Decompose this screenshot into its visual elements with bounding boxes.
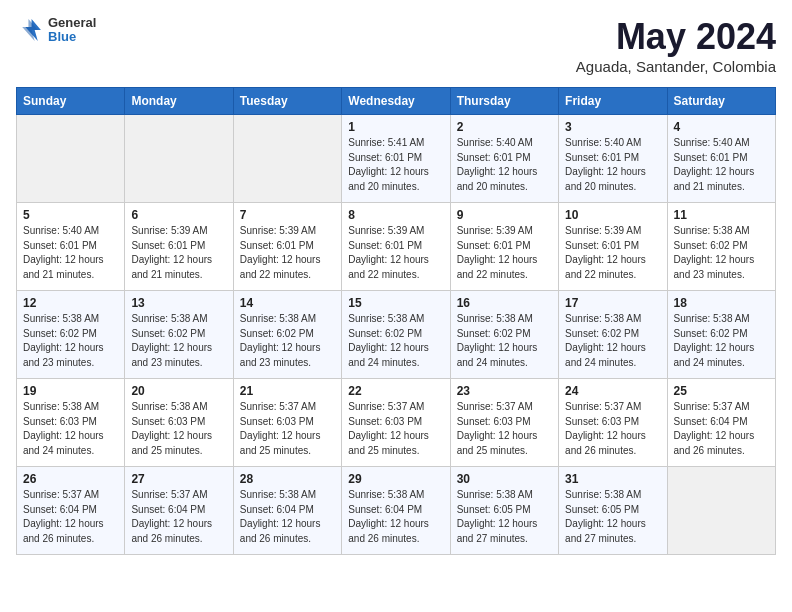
calendar-cell: 21Sunrise: 5:37 AM Sunset: 6:03 PM Dayli… xyxy=(233,379,341,467)
calendar-cell: 29Sunrise: 5:38 AM Sunset: 6:04 PM Dayli… xyxy=(342,467,450,555)
calendar-cell: 8Sunrise: 5:39 AM Sunset: 6:01 PM Daylig… xyxy=(342,203,450,291)
calendar-cell: 11Sunrise: 5:38 AM Sunset: 6:02 PM Dayli… xyxy=(667,203,775,291)
day-number: 3 xyxy=(565,120,660,134)
day-info: Sunrise: 5:38 AM Sunset: 6:02 PM Dayligh… xyxy=(674,312,769,370)
calendar-cell: 28Sunrise: 5:38 AM Sunset: 6:04 PM Dayli… xyxy=(233,467,341,555)
day-info: Sunrise: 5:39 AM Sunset: 6:01 PM Dayligh… xyxy=(240,224,335,282)
calendar-cell xyxy=(233,115,341,203)
month-title: May 2024 xyxy=(576,16,776,58)
day-info: Sunrise: 5:38 AM Sunset: 6:02 PM Dayligh… xyxy=(565,312,660,370)
day-info: Sunrise: 5:38 AM Sunset: 6:02 PM Dayligh… xyxy=(23,312,118,370)
day-number: 22 xyxy=(348,384,443,398)
calendar-cell: 2Sunrise: 5:40 AM Sunset: 6:01 PM Daylig… xyxy=(450,115,558,203)
title-area: May 2024 Aguada, Santander, Colombia xyxy=(576,16,776,75)
day-number: 17 xyxy=(565,296,660,310)
calendar-cell: 10Sunrise: 5:39 AM Sunset: 6:01 PM Dayli… xyxy=(559,203,667,291)
day-number: 13 xyxy=(131,296,226,310)
weekday-header-saturday: Saturday xyxy=(667,88,775,115)
week-row-1: 1Sunrise: 5:41 AM Sunset: 6:01 PM Daylig… xyxy=(17,115,776,203)
calendar-cell: 4Sunrise: 5:40 AM Sunset: 6:01 PM Daylig… xyxy=(667,115,775,203)
logo-icon xyxy=(16,16,44,44)
day-info: Sunrise: 5:38 AM Sunset: 6:05 PM Dayligh… xyxy=(565,488,660,546)
calendar-cell xyxy=(17,115,125,203)
calendar-cell: 30Sunrise: 5:38 AM Sunset: 6:05 PM Dayli… xyxy=(450,467,558,555)
location-subtitle: Aguada, Santander, Colombia xyxy=(576,58,776,75)
day-info: Sunrise: 5:37 AM Sunset: 6:04 PM Dayligh… xyxy=(131,488,226,546)
day-number: 8 xyxy=(348,208,443,222)
week-row-4: 19Sunrise: 5:38 AM Sunset: 6:03 PM Dayli… xyxy=(17,379,776,467)
day-number: 6 xyxy=(131,208,226,222)
calendar-cell: 1Sunrise: 5:41 AM Sunset: 6:01 PM Daylig… xyxy=(342,115,450,203)
day-number: 7 xyxy=(240,208,335,222)
day-number: 15 xyxy=(348,296,443,310)
day-info: Sunrise: 5:39 AM Sunset: 6:01 PM Dayligh… xyxy=(565,224,660,282)
day-info: Sunrise: 5:38 AM Sunset: 6:02 PM Dayligh… xyxy=(674,224,769,282)
day-info: Sunrise: 5:39 AM Sunset: 6:01 PM Dayligh… xyxy=(131,224,226,282)
week-row-5: 26Sunrise: 5:37 AM Sunset: 6:04 PM Dayli… xyxy=(17,467,776,555)
day-info: Sunrise: 5:40 AM Sunset: 6:01 PM Dayligh… xyxy=(674,136,769,194)
calendar-cell: 14Sunrise: 5:38 AM Sunset: 6:02 PM Dayli… xyxy=(233,291,341,379)
week-row-3: 12Sunrise: 5:38 AM Sunset: 6:02 PM Dayli… xyxy=(17,291,776,379)
calendar-cell: 25Sunrise: 5:37 AM Sunset: 6:04 PM Dayli… xyxy=(667,379,775,467)
day-info: Sunrise: 5:38 AM Sunset: 6:04 PM Dayligh… xyxy=(348,488,443,546)
day-info: Sunrise: 5:37 AM Sunset: 6:04 PM Dayligh… xyxy=(674,400,769,458)
calendar-table: SundayMondayTuesdayWednesdayThursdayFrid… xyxy=(16,87,776,555)
day-info: Sunrise: 5:39 AM Sunset: 6:01 PM Dayligh… xyxy=(348,224,443,282)
calendar-cell: 5Sunrise: 5:40 AM Sunset: 6:01 PM Daylig… xyxy=(17,203,125,291)
day-number: 21 xyxy=(240,384,335,398)
day-info: Sunrise: 5:41 AM Sunset: 6:01 PM Dayligh… xyxy=(348,136,443,194)
day-number: 14 xyxy=(240,296,335,310)
day-number: 16 xyxy=(457,296,552,310)
calendar-cell: 9Sunrise: 5:39 AM Sunset: 6:01 PM Daylig… xyxy=(450,203,558,291)
day-number: 23 xyxy=(457,384,552,398)
calendar-cell: 13Sunrise: 5:38 AM Sunset: 6:02 PM Dayli… xyxy=(125,291,233,379)
day-number: 1 xyxy=(348,120,443,134)
day-info: Sunrise: 5:37 AM Sunset: 6:03 PM Dayligh… xyxy=(457,400,552,458)
day-info: Sunrise: 5:40 AM Sunset: 6:01 PM Dayligh… xyxy=(23,224,118,282)
calendar-cell: 24Sunrise: 5:37 AM Sunset: 6:03 PM Dayli… xyxy=(559,379,667,467)
day-number: 19 xyxy=(23,384,118,398)
day-number: 2 xyxy=(457,120,552,134)
day-info: Sunrise: 5:38 AM Sunset: 6:04 PM Dayligh… xyxy=(240,488,335,546)
day-number: 4 xyxy=(674,120,769,134)
day-info: Sunrise: 5:38 AM Sunset: 6:03 PM Dayligh… xyxy=(131,400,226,458)
day-info: Sunrise: 5:39 AM Sunset: 6:01 PM Dayligh… xyxy=(457,224,552,282)
header: General Blue May 2024 Aguada, Santander,… xyxy=(16,16,776,75)
calendar-cell: 6Sunrise: 5:39 AM Sunset: 6:01 PM Daylig… xyxy=(125,203,233,291)
day-info: Sunrise: 5:38 AM Sunset: 6:05 PM Dayligh… xyxy=(457,488,552,546)
day-number: 27 xyxy=(131,472,226,486)
weekday-header-monday: Monday xyxy=(125,88,233,115)
calendar-cell: 20Sunrise: 5:38 AM Sunset: 6:03 PM Dayli… xyxy=(125,379,233,467)
day-number: 18 xyxy=(674,296,769,310)
day-number: 28 xyxy=(240,472,335,486)
day-number: 5 xyxy=(23,208,118,222)
calendar-cell: 23Sunrise: 5:37 AM Sunset: 6:03 PM Dayli… xyxy=(450,379,558,467)
calendar-cell: 12Sunrise: 5:38 AM Sunset: 6:02 PM Dayli… xyxy=(17,291,125,379)
calendar-cell: 17Sunrise: 5:38 AM Sunset: 6:02 PM Dayli… xyxy=(559,291,667,379)
weekday-header-tuesday: Tuesday xyxy=(233,88,341,115)
calendar-cell: 22Sunrise: 5:37 AM Sunset: 6:03 PM Dayli… xyxy=(342,379,450,467)
day-info: Sunrise: 5:37 AM Sunset: 6:03 PM Dayligh… xyxy=(565,400,660,458)
day-info: Sunrise: 5:38 AM Sunset: 6:03 PM Dayligh… xyxy=(23,400,118,458)
weekday-header-sunday: Sunday xyxy=(17,88,125,115)
calendar-cell: 18Sunrise: 5:38 AM Sunset: 6:02 PM Dayli… xyxy=(667,291,775,379)
calendar-cell: 7Sunrise: 5:39 AM Sunset: 6:01 PM Daylig… xyxy=(233,203,341,291)
day-info: Sunrise: 5:38 AM Sunset: 6:02 PM Dayligh… xyxy=(348,312,443,370)
day-number: 9 xyxy=(457,208,552,222)
logo-text: General Blue xyxy=(48,16,96,45)
calendar-cell: 15Sunrise: 5:38 AM Sunset: 6:02 PM Dayli… xyxy=(342,291,450,379)
week-row-2: 5Sunrise: 5:40 AM Sunset: 6:01 PM Daylig… xyxy=(17,203,776,291)
logo: General Blue xyxy=(16,16,96,45)
weekday-header-row: SundayMondayTuesdayWednesdayThursdayFrid… xyxy=(17,88,776,115)
day-number: 20 xyxy=(131,384,226,398)
weekday-header-wednesday: Wednesday xyxy=(342,88,450,115)
day-info: Sunrise: 5:40 AM Sunset: 6:01 PM Dayligh… xyxy=(565,136,660,194)
logo-line1: General xyxy=(48,16,96,30)
day-info: Sunrise: 5:37 AM Sunset: 6:04 PM Dayligh… xyxy=(23,488,118,546)
day-info: Sunrise: 5:40 AM Sunset: 6:01 PM Dayligh… xyxy=(457,136,552,194)
day-info: Sunrise: 5:38 AM Sunset: 6:02 PM Dayligh… xyxy=(131,312,226,370)
logo-line2: Blue xyxy=(48,30,96,44)
day-number: 31 xyxy=(565,472,660,486)
calendar-cell: 16Sunrise: 5:38 AM Sunset: 6:02 PM Dayli… xyxy=(450,291,558,379)
calendar-cell: 26Sunrise: 5:37 AM Sunset: 6:04 PM Dayli… xyxy=(17,467,125,555)
